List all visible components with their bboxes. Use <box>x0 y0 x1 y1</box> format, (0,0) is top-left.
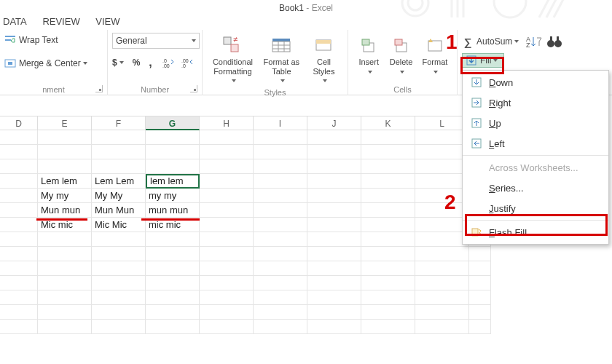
cell[interactable] <box>200 247 254 261</box>
cell[interactable] <box>146 276 200 290</box>
cell[interactable] <box>200 276 254 290</box>
cell[interactable]: Mic mic <box>38 218 92 232</box>
cell[interactable] <box>200 305 254 320</box>
delete-button[interactable]: Delete <box>385 33 417 84</box>
wrap-text-button[interactable]: Wrap Text <box>4 34 103 46</box>
cell[interactable] <box>254 189 307 203</box>
cell[interactable] <box>415 276 469 290</box>
cell[interactable] <box>92 276 146 290</box>
cell[interactable] <box>200 290 254 305</box>
cell[interactable] <box>92 145 146 159</box>
cell[interactable] <box>361 130 415 145</box>
cell[interactable] <box>307 145 361 159</box>
cell[interactable] <box>38 145 92 159</box>
cell[interactable] <box>361 189 415 203</box>
cell[interactable] <box>415 130 469 145</box>
cell[interactable] <box>0 276 38 290</box>
cell[interactable] <box>146 159 200 174</box>
column-header-K[interactable]: K <box>361 116 415 130</box>
cell[interactable] <box>0 247 38 261</box>
cell[interactable] <box>415 174 469 189</box>
tab-data[interactable]: DATA <box>3 16 27 27</box>
cell[interactable] <box>0 203 38 218</box>
cell[interactable] <box>92 232 146 247</box>
cell[interactable] <box>0 232 38 247</box>
insert-button[interactable]: Insert <box>353 33 385 84</box>
cell[interactable] <box>0 261 38 276</box>
cell[interactable] <box>254 261 307 276</box>
cell[interactable]: Mun mun <box>38 203 92 218</box>
fill-menu-series[interactable]: Series... <box>463 178 608 198</box>
cell[interactable] <box>415 203 469 218</box>
fill-menu-justify[interactable]: Justify <box>463 198 608 218</box>
cell[interactable]: mun mun <box>146 203 200 218</box>
cell[interactable] <box>254 247 307 261</box>
column-header-J[interactable]: J <box>307 116 361 130</box>
cell[interactable] <box>146 305 200 320</box>
column-header-E[interactable]: E <box>38 116 92 130</box>
tab-view[interactable]: VIEW <box>95 16 119 27</box>
cell[interactable] <box>200 159 254 174</box>
cell[interactable] <box>361 145 415 159</box>
cell[interactable] <box>254 145 307 159</box>
cell[interactable] <box>254 320 307 334</box>
increase-decimal-button[interactable]: .0.00 <box>162 58 174 68</box>
cell[interactable] <box>200 145 254 159</box>
cell[interactable] <box>254 218 307 232</box>
fill-menu-flash-fill[interactable]: Flash Fill <box>463 222 608 242</box>
cell[interactable] <box>361 261 415 276</box>
cell[interactable] <box>0 320 38 334</box>
cell[interactable] <box>0 305 38 320</box>
dialog-launcher-icon[interactable] <box>95 85 103 92</box>
cell[interactable] <box>200 189 254 203</box>
cell[interactable] <box>146 290 200 305</box>
cell[interactable] <box>307 320 361 334</box>
number-format-dropdown[interactable]: General <box>112 33 200 49</box>
cell[interactable] <box>307 174 361 189</box>
cell[interactable] <box>469 290 491 305</box>
cell[interactable] <box>0 145 38 159</box>
cell[interactable] <box>146 145 200 159</box>
cell[interactable] <box>0 290 38 305</box>
cell[interactable] <box>307 247 361 261</box>
column-header-I[interactable]: I <box>254 116 307 130</box>
cell[interactable] <box>415 290 469 305</box>
cell[interactable] <box>415 232 469 247</box>
cell[interactable] <box>415 159 469 174</box>
cell[interactable] <box>38 320 92 334</box>
cell[interactable] <box>307 232 361 247</box>
cell[interactable] <box>38 290 92 305</box>
cell-styles-button[interactable]: Cell Styles <box>305 33 343 87</box>
cell[interactable] <box>92 247 146 261</box>
cell[interactable] <box>146 247 200 261</box>
fill-menu-right[interactable]: Right <box>463 92 608 113</box>
cell[interactable] <box>92 130 146 145</box>
merge-center-button[interactable]: Merge & Center <box>4 58 103 69</box>
cell[interactable] <box>254 305 307 320</box>
tab-review[interactable]: REVIEW <box>42 16 79 27</box>
cell[interactable] <box>469 276 491 290</box>
cell[interactable] <box>38 247 92 261</box>
percent-button[interactable]: % <box>133 58 141 68</box>
cell[interactable] <box>92 320 146 334</box>
cell[interactable]: Mun Mun <box>92 203 146 218</box>
cell[interactable] <box>92 305 146 320</box>
column-header-L[interactable]: L <box>415 116 469 130</box>
cell[interactable] <box>469 247 491 261</box>
cell[interactable] <box>254 174 307 189</box>
cell[interactable] <box>361 232 415 247</box>
cell[interactable] <box>200 320 254 334</box>
cell[interactable] <box>38 232 92 247</box>
cell[interactable] <box>307 218 361 232</box>
fill-menu-left[interactable]: Left <box>463 133 608 154</box>
cell[interactable] <box>254 203 307 218</box>
cell[interactable] <box>38 261 92 276</box>
cell[interactable] <box>415 218 469 232</box>
fill-button[interactable]: Fill <box>462 53 504 68</box>
cell[interactable] <box>307 305 361 320</box>
cell[interactable] <box>469 320 491 334</box>
cell[interactable] <box>415 145 469 159</box>
cell[interactable] <box>200 218 254 232</box>
format-as-table-button[interactable]: Format as Table <box>259 33 305 87</box>
cell[interactable] <box>146 232 200 247</box>
